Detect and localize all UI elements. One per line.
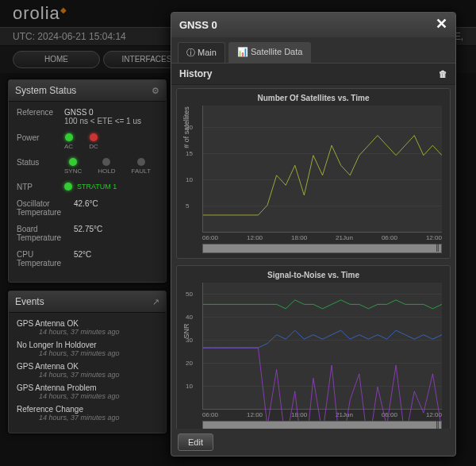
board-val: 52.75°C [74,225,102,233]
gnss-modal: GNSS 0 ✕ Main Satellite Data History Num… [171,12,456,456]
led-dc [90,133,98,141]
event-text: GPS Antenna OK [17,319,158,328]
utc-clock: UTC: 2024-06-21 15:04:14 [13,31,126,42]
event-text: Reference Change [17,405,158,414]
cpu-val: 52°C [74,250,91,259]
history-title: History [179,68,212,79]
led-ntp [64,183,72,191]
led-fault [137,158,145,166]
power-label: Power [17,133,64,142]
brand-logo: orolia◆ [13,3,67,23]
expand-icon[interactable] [152,296,159,307]
event-text: GPS Antenna OK [17,362,158,371]
event-timestamp: 14 hours, 37 minutes ago [17,371,158,379]
led-sync [69,158,77,166]
event-text: GPS Antenna Problem [17,383,158,392]
tab-main[interactable]: Main [178,42,225,63]
close-icon[interactable]: ✕ [436,19,447,31]
nav-home[interactable]: HOME [13,51,100,68]
osc-label: Oscillator Temperature [17,199,74,217]
osc-val: 42.6°C [74,199,98,208]
board-label: Board Temperature [17,225,74,242]
ref-label: Reference [17,108,64,117]
event-timestamp: 14 hours, 37 minutes ago [17,392,158,400]
info-icon [186,48,195,57]
trash-icon[interactable] [439,68,447,79]
ref-name: GNSS 0 [64,108,141,117]
event-text: No Longer In Holdover [17,341,158,349]
modal-title: GNSS 0 [179,19,217,31]
gear-icon[interactable] [152,85,159,96]
led-ac [65,133,73,141]
chart-icon [237,47,248,56]
ntp-stratum: STRATUM 1 [77,183,117,191]
chart-satellites: Number Of Satellites vs. Time # of satel… [176,88,451,259]
cpu-label: CPU Temperature [17,250,74,268]
ntp-label: NTP [17,183,64,191]
event-timestamp: 14 hours, 37 minutes ago [17,414,158,422]
chart-snr: Signal-to-Noise vs. Time SNR 1020304050 … [176,265,451,429]
status-label: Status [17,158,64,167]
edit-button[interactable]: Edit [178,433,213,451]
events-title: Events [15,296,44,307]
time-slider-1[interactable] [202,244,442,253]
system-status-title: System Status [15,85,76,96]
event-timestamp: 14 hours, 37 minutes ago [17,328,158,336]
time-slider-2[interactable] [202,421,442,429]
ref-detail: 100 ns < ETE <= 1 us [64,117,141,125]
led-hold [102,158,110,166]
event-timestamp: 14 hours, 37 minutes ago [17,349,158,357]
tab-satellite-data[interactable]: Satellite Data [228,42,312,63]
